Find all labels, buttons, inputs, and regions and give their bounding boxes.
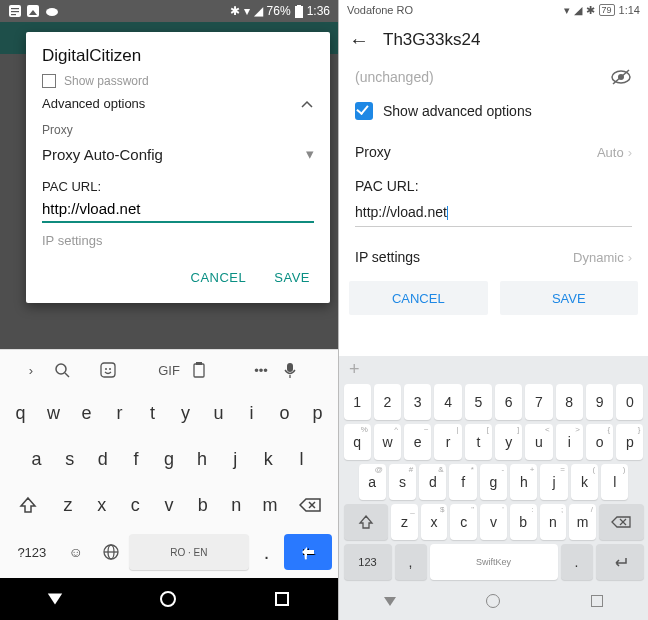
advanced-options-row[interactable]: Advanced options: [26, 92, 330, 115]
key-t[interactable]: t[: [465, 424, 492, 460]
keyboard[interactable]: › GIF ••• qwertyuiop asdfghjkl zxcvbnm ?…: [0, 349, 338, 578]
nav-recent-icon[interactable]: [591, 595, 603, 607]
key-j[interactable]: j=: [540, 464, 567, 500]
key-m[interactable]: m/: [569, 504, 596, 540]
key-e[interactable]: e~: [404, 424, 431, 460]
key-4[interactable]: 4: [434, 384, 461, 420]
kb-sticker-icon[interactable]: [100, 362, 146, 378]
nav-bar[interactable]: [339, 582, 648, 620]
kb-plus-icon[interactable]: +: [339, 356, 648, 382]
key-j[interactable]: j: [221, 439, 250, 479]
key-g[interactable]: g-: [480, 464, 507, 500]
kb-dots-icon[interactable]: •••: [238, 363, 284, 378]
cancel-button[interactable]: CANCEL: [177, 262, 261, 293]
space-key[interactable]: RO · EN: [129, 534, 248, 570]
enter-key[interactable]: [596, 544, 644, 580]
key-w[interactable]: w: [39, 393, 68, 433]
key-r[interactable]: r|: [434, 424, 461, 460]
password-field[interactable]: (unchanged): [355, 69, 434, 85]
nav-back-icon[interactable]: [48, 594, 62, 605]
key-c[interactable]: c: [120, 485, 150, 525]
key-t[interactable]: t: [138, 393, 167, 433]
proxy-select[interactable]: Proxy Auto-Config ▾: [26, 141, 330, 173]
key-d[interactable]: d: [88, 439, 117, 479]
comma-key[interactable]: ,: [395, 544, 427, 580]
key-5[interactable]: 5: [465, 384, 492, 420]
checkbox-checked-icon[interactable]: [355, 102, 373, 120]
key-w[interactable]: w^: [374, 424, 401, 460]
key-g[interactable]: g: [154, 439, 183, 479]
key-x[interactable]: x$: [421, 504, 448, 540]
key-x[interactable]: x: [87, 485, 117, 525]
proxy-row[interactable]: Proxy Auto: [355, 132, 632, 172]
nav-bar[interactable]: [0, 578, 338, 620]
period-key[interactable]: .: [251, 532, 283, 572]
key-o[interactable]: o: [270, 393, 299, 433]
key-b[interactable]: b:: [510, 504, 537, 540]
key-q[interactable]: q%: [344, 424, 371, 460]
keyboard[interactable]: + 1234567890 q%w^e~r|t[y]u<i>o{p} a@s#d&…: [339, 356, 648, 582]
key-u[interactable]: u<: [525, 424, 552, 460]
key-3[interactable]: 3: [404, 384, 431, 420]
key-q[interactable]: q: [6, 393, 35, 433]
key-c[interactable]: c": [450, 504, 477, 540]
symbols-key[interactable]: ?123: [8, 532, 56, 572]
key-n[interactable]: n;: [540, 504, 567, 540]
key-f[interactable]: f: [121, 439, 150, 479]
cancel-button[interactable]: CANCEL: [349, 281, 488, 315]
key-z[interactable]: z: [53, 485, 83, 525]
key-u[interactable]: u: [204, 393, 233, 433]
pac-url-input[interactable]: http://vload.net: [355, 200, 632, 227]
nav-back-icon[interactable]: [384, 597, 396, 606]
key-a[interactable]: a@: [359, 464, 386, 500]
key-z[interactable]: z_: [391, 504, 418, 540]
save-button[interactable]: SAVE: [500, 281, 639, 315]
key-n[interactable]: n: [222, 485, 252, 525]
key-f[interactable]: f*: [449, 464, 476, 500]
key-e[interactable]: e: [72, 393, 101, 433]
save-button[interactable]: SAVE: [260, 262, 324, 293]
key-h[interactable]: h: [188, 439, 217, 479]
emoji-key[interactable]: ☺: [60, 532, 92, 572]
key-l[interactable]: l: [287, 439, 316, 479]
globe-key[interactable]: [95, 532, 127, 572]
shift-key[interactable]: [344, 504, 389, 540]
key-7[interactable]: 7: [525, 384, 552, 420]
key-i[interactable]: i>: [556, 424, 583, 460]
key-v[interactable]: v': [480, 504, 507, 540]
shift-key[interactable]: [4, 485, 51, 525]
key-b[interactable]: b: [188, 485, 218, 525]
checkbox-icon[interactable]: [42, 74, 56, 88]
kb-more-icon[interactable]: ›: [8, 363, 54, 378]
show-advanced-row[interactable]: Show advanced options: [355, 96, 632, 132]
numbers-key[interactable]: 123: [344, 544, 392, 580]
key-o[interactable]: o{: [586, 424, 613, 460]
nav-home-icon[interactable]: [160, 591, 176, 607]
key-p[interactable]: p}: [616, 424, 643, 460]
key-6[interactable]: 6: [495, 384, 522, 420]
kb-mic-icon[interactable]: [284, 362, 330, 378]
key-m[interactable]: m: [255, 485, 285, 525]
key-0[interactable]: 0: [616, 384, 643, 420]
nav-recent-icon[interactable]: [275, 592, 289, 606]
pac-url-input[interactable]: http://vload.net: [42, 198, 314, 223]
enter-key[interactable]: [284, 534, 332, 570]
kb-clipboard-icon[interactable]: [192, 362, 238, 378]
key-s[interactable]: s#: [389, 464, 416, 500]
backspace-key[interactable]: [599, 504, 644, 540]
visibility-off-icon[interactable]: [610, 68, 632, 86]
key-v[interactable]: v: [154, 485, 184, 525]
key-i[interactable]: i: [237, 393, 266, 433]
key-y[interactable]: y]: [495, 424, 522, 460]
key-k[interactable]: k(: [571, 464, 598, 500]
space-key[interactable]: SwiftKey: [430, 544, 558, 580]
back-icon[interactable]: ←: [349, 29, 369, 52]
key-h[interactable]: h+: [510, 464, 537, 500]
kb-gif[interactable]: GIF: [146, 363, 192, 378]
kb-search-icon[interactable]: [54, 362, 100, 378]
key-8[interactable]: 8: [556, 384, 583, 420]
key-9[interactable]: 9: [586, 384, 613, 420]
key-1[interactable]: 1: [344, 384, 371, 420]
key-a[interactable]: a: [22, 439, 51, 479]
backspace-key[interactable]: [287, 485, 334, 525]
